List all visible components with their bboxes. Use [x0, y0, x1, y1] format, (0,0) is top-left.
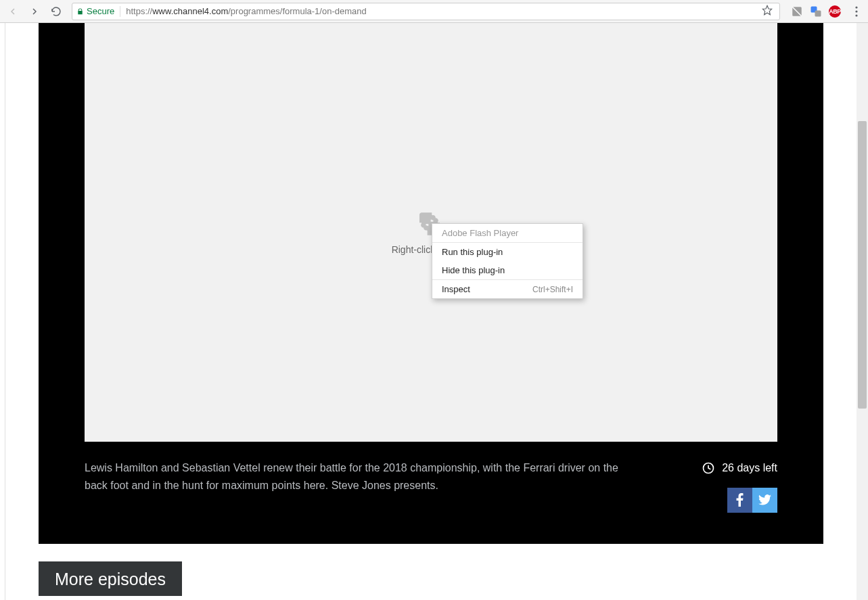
context-menu-title: Adobe Flash Player [432, 224, 583, 242]
extension-icon[interactable] [791, 5, 803, 18]
translate-extension-icon[interactable] [810, 5, 822, 18]
secure-badge: Secure [76, 6, 114, 16]
lock-icon [76, 7, 84, 16]
bookmark-star-icon[interactable] [762, 5, 773, 18]
share-twitter-button[interactable] [752, 488, 777, 513]
svg-point-6 [855, 14, 857, 16]
omnibox-separator [120, 6, 120, 17]
extension-icons: ABP [791, 5, 841, 18]
share-facebook-button[interactable] [727, 488, 752, 513]
url-text: https://www.channel4.com/programmes/form… [126, 6, 367, 16]
svg-point-4 [855, 6, 857, 8]
context-menu: Adobe Flash Player Run this plug-in Hide… [432, 223, 583, 299]
adblock-extension-icon[interactable]: ABP [829, 5, 841, 18]
svg-rect-3 [815, 10, 821, 16]
context-menu-shortcut: Ctrl+Shift+I [532, 285, 573, 294]
meta-right: 26 days left [702, 459, 777, 513]
facebook-icon [736, 493, 744, 507]
below-area: More episodes Only show episodes I can p… [39, 544, 823, 600]
browser-toolbar: Secure https://www.channel4.com/programm… [0, 0, 868, 23]
back-button[interactable] [4, 3, 22, 20]
content-column: Right-click to run A Lewis Hamilton and … [5, 23, 856, 600]
context-menu-inspect[interactable]: Inspect Ctrl+Shift+I [432, 280, 583, 298]
more-episodes-heading: More episodes [39, 561, 182, 596]
browser-menu-button[interactable] [849, 4, 864, 19]
svg-point-5 [855, 10, 857, 12]
episode-description: Lewis Hamilton and Sebastian Vettel rene… [85, 459, 626, 513]
secure-text: Secure [87, 6, 114, 16]
video-player[interactable]: Right-click to run A [85, 23, 777, 442]
video-section: Right-click to run A Lewis Hamilton and … [39, 23, 823, 544]
reload-button[interactable] [47, 3, 65, 20]
clock-icon [702, 461, 715, 475]
days-left: 26 days left [702, 459, 777, 477]
scrollbar-track[interactable] [856, 23, 868, 600]
omnibox[interactable]: Secure https://www.channel4.com/programm… [72, 3, 780, 20]
days-left-text: 26 days left [722, 459, 777, 477]
context-menu-run[interactable]: Run this plug-in [432, 243, 583, 261]
left-gutter [0, 23, 5, 600]
forward-button[interactable] [26, 3, 43, 20]
scrollbar-thumb[interactable] [858, 121, 867, 409]
context-menu-hide[interactable]: Hide this plug-in [432, 261, 583, 279]
svg-marker-0 [762, 5, 771, 14]
page-viewport: Right-click to run A Lewis Hamilton and … [0, 23, 868, 600]
share-buttons [727, 488, 777, 513]
twitter-icon [758, 494, 771, 505]
meta-row: Lewis Hamilton and Sebastian Vettel rene… [85, 442, 777, 513]
